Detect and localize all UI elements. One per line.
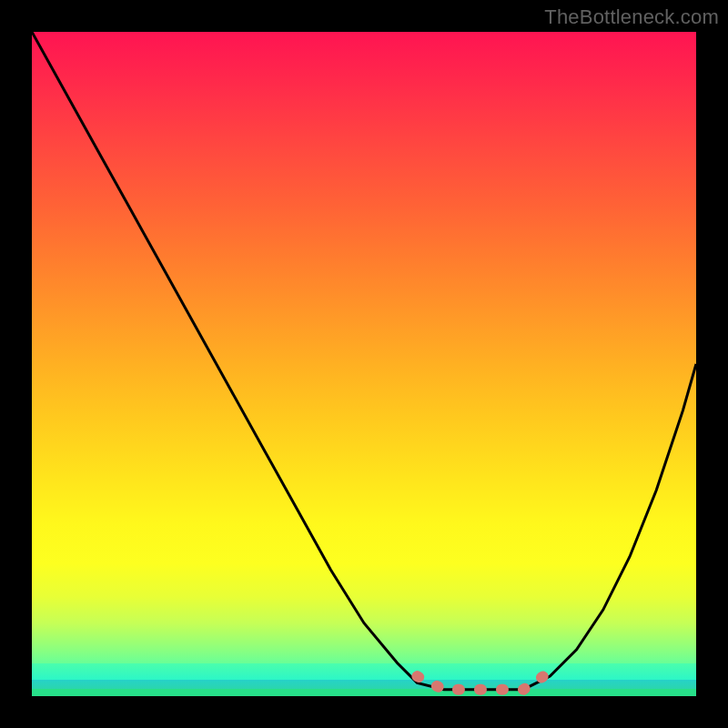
plot-area [32, 32, 696, 696]
bottleneck-curve [32, 32, 696, 690]
chart-stage: TheBottleneck.com [0, 0, 728, 728]
attribution-text: TheBottleneck.com [544, 5, 719, 29]
optimal-region-marker [417, 676, 543, 690]
chart-svg [32, 32, 696, 696]
